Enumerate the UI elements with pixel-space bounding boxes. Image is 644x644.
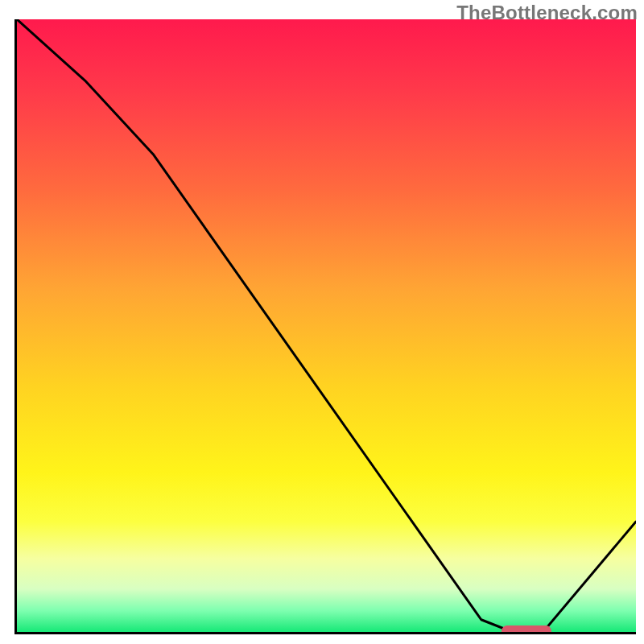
bottleneck-curve-path xyxy=(17,19,636,632)
curve-svg xyxy=(17,19,636,632)
plot-area xyxy=(14,19,636,634)
sweet-spot-marker xyxy=(502,625,551,634)
bottleneck-chart: TheBottleneck.com xyxy=(0,0,644,644)
